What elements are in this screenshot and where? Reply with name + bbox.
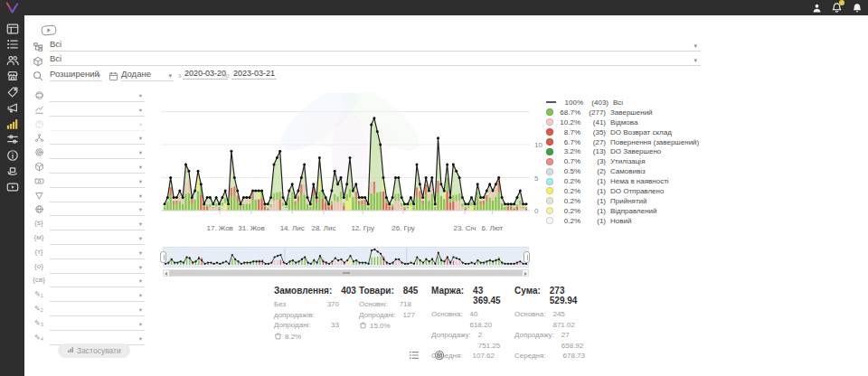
legend-count: (35) bbox=[584, 128, 606, 136]
filter-select[interactable] bbox=[50, 220, 145, 230]
filter-select[interactable] bbox=[50, 205, 145, 216]
apply-button[interactable]: Застосувати bbox=[58, 343, 130, 358]
filter-select[interactable] bbox=[50, 106, 145, 117]
legend-item[interactable]: 0.5%(2)Самовивіз bbox=[546, 166, 699, 176]
filter-row-help[interactable]: ▾ bbox=[31, 118, 145, 133]
brush-handle-right[interactable] bbox=[524, 251, 530, 263]
filter-select[interactable] bbox=[50, 263, 145, 274]
scroll-right-icon[interactable] bbox=[524, 272, 527, 276]
returns-icon bbox=[6, 164, 19, 181]
trend-icon bbox=[33, 105, 45, 117]
product-filter-select[interactable]: Всі ▾ bbox=[50, 53, 701, 66]
info-icon bbox=[6, 149, 19, 165]
tag-play-icon[interactable] bbox=[41, 24, 57, 40]
chevron-down-icon: ▾ bbox=[168, 72, 172, 80]
filter-row-money[interactable]: ▾ bbox=[31, 175, 145, 190]
filter-row-hierarchy[interactable]: ▾ bbox=[31, 132, 145, 146]
sidebar-item-megaphone[interactable] bbox=[0, 102, 24, 118]
filter-row-var-s[interactable]: {s}▾ bbox=[31, 218, 145, 232]
filter-row-fingerprint[interactable]: ▾ bbox=[31, 146, 145, 161]
filter-select[interactable] bbox=[50, 163, 145, 174]
sidebar-item-clients[interactable] bbox=[0, 54, 24, 70]
orders-chart[interactable] bbox=[161, 93, 530, 217]
legend-item[interactable]: 0.7%(3)Утилізація bbox=[546, 156, 699, 166]
app-logo[interactable] bbox=[5, 1, 20, 18]
filter-row-var-m[interactable]: {м}▾ bbox=[31, 232, 145, 247]
legend-item[interactable]: 8.7%(35)DO Возврат склад bbox=[546, 127, 699, 137]
legend-item[interactable]: 68.7%(277)Завершений bbox=[546, 108, 699, 118]
status-filter-select[interactable]: Всі ▾ bbox=[50, 39, 701, 52]
filter-select[interactable] bbox=[50, 120, 145, 131]
legend-item[interactable]: 0.2%(1)Новий bbox=[546, 216, 699, 226]
filter-select[interactable] bbox=[50, 234, 145, 245]
legend-dot-swatch bbox=[546, 128, 553, 136]
legend-item[interactable]: 3.2%(13)DO Завершено bbox=[546, 146, 699, 156]
filter-row-pencil-2[interactable]: ✎₂▾ bbox=[31, 304, 145, 318]
brush-handle-left[interactable] bbox=[160, 251, 166, 263]
legend-item[interactable]: 10.2%(41)Відмова bbox=[546, 118, 699, 127]
package-view-icon[interactable] bbox=[434, 348, 445, 364]
user-icon[interactable] bbox=[811, 2, 823, 14]
legend-item[interactable]: 6.7%(27)Повернення (завершений) bbox=[546, 137, 699, 147]
filter-row-var-sv[interactable]: {св}▾ bbox=[31, 275, 145, 289]
stat-row-label: Основна: bbox=[431, 309, 462, 330]
chevron-down-icon: ▾ bbox=[139, 107, 142, 114]
sidebar-item-integrations[interactable] bbox=[0, 134, 24, 150]
y-tick-label: 0 bbox=[534, 207, 538, 215]
filter-row-pencil-3[interactable]: ✎₃▾ bbox=[31, 318, 145, 333]
sidebar-items bbox=[0, 23, 24, 197]
scrollbar-thumb[interactable] bbox=[169, 270, 523, 276]
sidebar-item-dashboard[interactable] bbox=[0, 23, 24, 39]
filter-select[interactable] bbox=[50, 192, 145, 202]
search-mode-select[interactable]: Розширений ▾ bbox=[50, 69, 102, 81]
filter-select[interactable] bbox=[50, 148, 145, 159]
filter-row-pencil-1[interactable]: ✎₁▾ bbox=[31, 289, 145, 304]
filter-select[interactable] bbox=[50, 249, 145, 259]
legend-item[interactable]: 0.2%(1)Прийнятий bbox=[546, 196, 699, 206]
filter-row-globe[interactable]: ▾ bbox=[31, 203, 145, 218]
list-view-icon[interactable] bbox=[409, 348, 420, 364]
search-icon[interactable] bbox=[33, 69, 43, 85]
var-o-icon: {о} bbox=[33, 262, 45, 270]
filter-row-trend[interactable]: ▾ bbox=[31, 104, 145, 118]
stat-badge-percent: 15.0% bbox=[370, 322, 391, 330]
legend-item[interactable]: 0.2%(1)Відправлений bbox=[546, 206, 699, 216]
legend-item[interactable]: 0.2%(1)Нема в наявності bbox=[546, 176, 699, 186]
filter-row-package[interactable]: ▾ bbox=[31, 161, 145, 175]
filter-row-var-t[interactable]: {т}▾ bbox=[31, 247, 145, 261]
sidebar-item-tag[interactable] bbox=[0, 86, 24, 102]
filter-select[interactable] bbox=[50, 306, 145, 316]
date-from-input[interactable]: 2020-03-20 bbox=[183, 69, 228, 80]
filter-select[interactable] bbox=[50, 177, 145, 188]
stat-title: Замовлення: bbox=[274, 286, 332, 296]
scroll-left-icon[interactable] bbox=[165, 272, 167, 276]
planet-icon bbox=[33, 90, 45, 102]
sidebar bbox=[0, 0, 24, 376]
alert-icon[interactable] bbox=[851, 2, 863, 14]
legend-item[interactable]: 100%(403)Всі bbox=[546, 98, 699, 108]
filter-select[interactable] bbox=[50, 134, 145, 145]
filter-select[interactable] bbox=[50, 91, 145, 102]
date-to-input[interactable]: 2023-03-21 bbox=[231, 69, 277, 80]
chart-scrollbar[interactable] bbox=[163, 269, 529, 277]
legend-count: (1) bbox=[584, 187, 606, 195]
filter-select[interactable] bbox=[50, 320, 145, 331]
sidebar-item-store[interactable] bbox=[0, 70, 24, 87]
pencil-3-icon: ✎₃ bbox=[33, 319, 45, 327]
sidebar-item-stats[interactable] bbox=[0, 118, 24, 134]
legend-item[interactable]: 0.2%(1)DO Отправлено bbox=[546, 186, 699, 196]
bell-icon[interactable] bbox=[831, 2, 843, 14]
legend-percent: 3.2% bbox=[557, 147, 580, 155]
filter-select[interactable] bbox=[50, 291, 145, 302]
sidebar-item-returns[interactable] bbox=[0, 165, 24, 182]
chart-brush[interactable] bbox=[163, 247, 529, 268]
bag-icon bbox=[274, 332, 282, 342]
sidebar-item-video[interactable] bbox=[0, 181, 24, 197]
filter-row-funnel[interactable]: ▾ bbox=[31, 190, 145, 204]
date-field-select[interactable]: Додане ▾ bbox=[121, 69, 174, 81]
sidebar-item-info[interactable] bbox=[0, 149, 24, 165]
sidebar-item-orders[interactable] bbox=[0, 39, 24, 55]
filter-row-var-o[interactable]: {о}▾ bbox=[31, 261, 145, 276]
filter-select[interactable] bbox=[50, 277, 145, 287]
filter-row-planet[interactable]: ▾ bbox=[31, 89, 145, 104]
